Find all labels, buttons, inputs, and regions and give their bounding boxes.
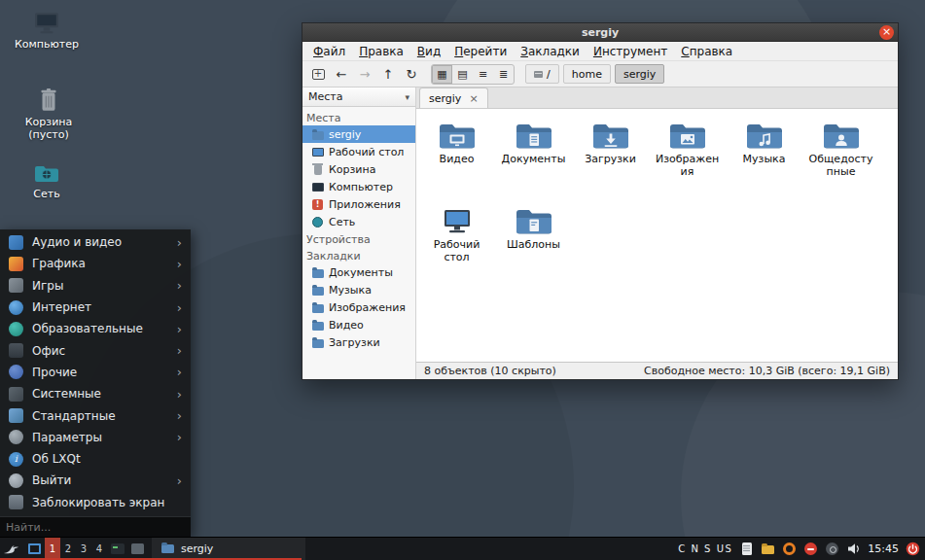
status-bar: 8 объектов (10 скрыто) Свободное место: … [416,362,898,379]
volume-icon[interactable] [846,542,861,556]
side-pane-mode-select[interactable]: Места ▾ [302,88,415,107]
games-icon [9,278,23,293]
icon-view-button[interactable]: ▦ [432,65,452,84]
app-launcher[interactable] [127,538,148,560]
side-pane: Места ▾ Места sergiy Рабочий стол Корзин… [302,88,416,379]
file-manager-window: sergiy × Файл Правка Вид Перейти Закладк… [302,22,899,380]
sidebar-bookmark-pictures[interactable]: Изображения [302,298,415,316]
menu-search-row [0,516,191,537]
workspace-1-button[interactable]: 1 [45,538,60,560]
file-label: Документы [502,154,566,166]
menubar-item-help[interactable]: Справка [674,43,739,60]
folder-icon [311,336,324,349]
audio-video-icon [9,235,23,250]
desktop-icon-label: Корзина (пусто) [25,117,72,141]
task-button-sergiy[interactable]: sergiy [152,538,305,560]
power-button[interactable] [906,542,920,556]
file-item-public[interactable]: Общедоступные [802,117,879,202]
file-item-music[interactable]: Музыка [726,117,802,202]
sidebar-item-network[interactable]: Сеть [302,213,415,230]
startmenu-item-audio-video[interactable]: Аудио и видео › [0,231,191,253]
show-desktop-button[interactable] [23,538,45,560]
update-tray-icon[interactable] [782,542,797,556]
startmenu-item-office[interactable]: Офис › [0,339,191,361]
startmenu-item-lock-screen[interactable]: Заблокировать экран [0,492,191,513]
task-label: sergiy [181,542,213,555]
thumbnail-view-button[interactable]: ▤ [452,65,473,84]
startmenu-item-graphics[interactable]: Графика › [0,253,191,274]
clock[interactable]: 15:45 [868,542,899,555]
back-button[interactable]: ← [331,64,352,85]
workspace-3-button[interactable]: 3 [76,538,91,560]
sidebar-item-computer[interactable]: Компьютер [302,178,415,195]
menubar-item-tools[interactable]: Инструмент [587,43,674,60]
new-tab-button[interactable]: + [307,64,329,85]
file-item-desktop[interactable]: Рабочий стол [418,202,495,288]
menu-item-label: Аудио и видео [32,235,122,249]
close-button[interactable]: × [879,25,894,40]
menubar-item-view[interactable]: Вид [410,43,447,60]
desktop-icon-computer[interactable]: Компьютер [16,12,78,52]
sidebar-item-desktop[interactable]: Рабочий стол [302,143,415,160]
menu-item-label: Офис [32,344,65,358]
desktop-icon-network[interactable]: Сеть [16,163,78,201]
file-item-pictures[interactable]: Изображения [649,117,726,202]
titlebar[interactable]: sergiy × [302,23,898,42]
folder-tray-icon[interactable] [761,542,775,556]
startmenu-item-games[interactable]: Игры › [0,275,191,297]
side-pane-mode-label: Места [308,90,342,103]
up-button[interactable]: ↑ [377,64,399,85]
menu-item-label: Образовательные [32,322,143,335]
sidebar-bookmark-videos[interactable]: Видео [302,316,415,333]
tab-sergiy[interactable]: sergiy × [419,88,488,108]
settings-tray-icon[interactable] [825,542,839,556]
window-body: Места ▾ Места sergiy Рабочий стол Корзин… [302,88,898,379]
sidebar-item-home[interactable]: sergiy [302,125,415,143]
startmenu-item-other[interactable]: Прочие › [0,362,191,383]
detailed-view-button[interactable]: ≣ [493,65,514,84]
folder-icon [161,544,174,553]
start-menu-button[interactable] [0,538,23,560]
path-root-button[interactable]: / [525,64,559,84]
startmenu-item-accessories[interactable]: Стандартные › [0,404,191,426]
pathbar: / home sergiy [525,64,664,84]
forward-button[interactable]: → [354,64,375,85]
file-item-videos[interactable]: Видео [418,117,495,202]
compact-view-button[interactable]: ≡ [473,65,493,84]
clipboard-tray-icon[interactable] [739,542,754,556]
workspace-4-button[interactable]: 4 [91,538,107,560]
menubar-item-bookmarks[interactable]: Закладки [514,43,587,60]
menubar-item-file[interactable]: Файл [306,43,352,60]
sidebar-bookmark-documents[interactable]: Документы [302,263,415,281]
application-menu: Аудио и видео › Графика › Игры › Интерне… [0,229,191,537]
path-current-button[interactable]: sergiy [615,64,664,84]
desktop-icon-trash[interactable]: Корзина (пусто) [18,88,80,141]
menubar: Файл Правка Вид Перейти Закладки Инструм… [302,42,898,61]
menubar-item-go[interactable]: Перейти [447,43,514,60]
desktop-window-icon [28,543,41,554]
tab-close-icon[interactable]: × [469,93,478,104]
internet-icon [9,300,23,315]
file-item-documents[interactable]: Документы [495,117,572,202]
file-item-templates[interactable]: Шаблоны [495,202,572,288]
startmenu-item-internet[interactable]: Интернет › [0,297,191,318]
search-input[interactable] [0,521,191,534]
terminal-launcher[interactable] [107,538,127,560]
path-home-button[interactable]: home [563,64,611,84]
reload-button[interactable]: ↻ [401,64,422,85]
sidebar-item-trash[interactable]: Корзина [302,160,415,178]
sidebar-bookmark-music[interactable]: Музыка [302,281,415,298]
workspace-2-button[interactable]: 2 [60,538,76,560]
startmenu-item-about-lxqt[interactable]: i Об LXQt [0,448,191,470]
notification-tray-icon[interactable] [803,542,818,556]
system-tray: C N S US 15:45 [678,538,925,560]
startmenu-item-education[interactable]: Образовательные › [0,318,191,339]
file-item-downloads[interactable]: Загрузки [572,117,649,202]
sidebar-bookmark-downloads[interactable]: Загрузки [302,333,415,351]
startmenu-item-preferences[interactable]: Параметры › [0,427,191,448]
startmenu-item-leave[interactable]: Выйти › [0,470,191,491]
sidebar-item-applications[interactable]: ! Приложения [302,195,415,213]
menubar-item-edit[interactable]: Правка [352,43,410,60]
startmenu-item-system[interactable]: Системные › [0,383,191,404]
keyboard-layout-indicator[interactable]: C N S US [678,543,732,554]
